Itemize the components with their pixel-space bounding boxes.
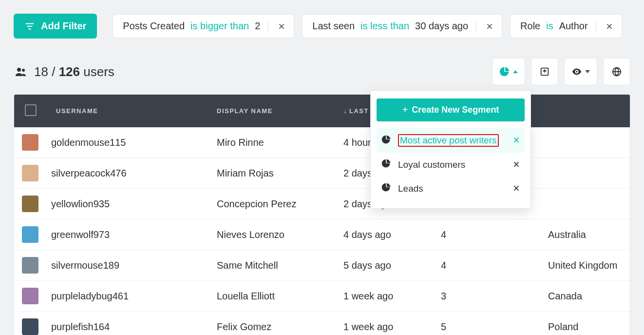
last-seen: 5 days ago [336, 250, 433, 281]
globe-icon [611, 66, 622, 77]
filter-value: 30 days ago [415, 20, 468, 32]
posts-count: 3 [433, 281, 540, 312]
table-row[interactable]: goldenmouse115Miro Rinne4 hours ago3 [14, 127, 630, 158]
export-button[interactable] [531, 58, 558, 85]
filter-value: 2 [255, 20, 260, 32]
country [540, 158, 630, 189]
filter-field: Last seen [312, 20, 355, 32]
segment-item[interactable]: Leads [377, 177, 525, 200]
filter-chip[interactable]: Role is Author [510, 14, 622, 38]
segment-label: Most active post writers [400, 135, 497, 145]
export-icon [539, 66, 550, 77]
plus-icon: + [402, 104, 408, 116]
meta-row: 18 / 126 users [14, 58, 630, 85]
display-name: Louella Elliott [209, 281, 336, 312]
eye-icon [571, 66, 582, 77]
filter-chip[interactable]: Posts Created is bigger than 2 [113, 14, 294, 38]
avatar [22, 196, 38, 212]
avatar [22, 226, 38, 243]
col-country[interactable] [540, 95, 630, 127]
checkbox-icon[interactable] [25, 104, 37, 116]
segment-label: Leads [398, 183, 423, 194]
filter-operator: is bigger than [190, 20, 249, 32]
country [540, 127, 630, 158]
avatar [22, 288, 38, 304]
remove-filter-button[interactable] [276, 21, 287, 32]
count-shown: 18 [34, 64, 48, 79]
col-username[interactable]: USERNAME [48, 95, 209, 127]
filter-chip[interactable]: Last seen is less than 30 days ago [302, 14, 502, 38]
add-filter-button[interactable]: Add Filter [14, 14, 97, 39]
globe-button[interactable] [603, 58, 630, 85]
avatar [22, 165, 38, 181]
toolbar: + Create New Segment Most active post wr… [492, 58, 630, 85]
username: silverpeacock476 [48, 158, 209, 189]
posts-count: 5 [433, 312, 540, 335]
display-name: Miriam Rojas [209, 158, 336, 189]
table-row[interactable]: silvermouse189Same Mitchell5 days ago4Un… [14, 250, 630, 281]
table-row[interactable]: silverpeacock476Miriam Rojas2 days ago3 [14, 158, 630, 189]
table-header: USERNAME DISPLAY NAME ↓LAST SEEN PO [14, 95, 630, 127]
display-name: Miro Rinne [209, 127, 336, 158]
filter-value: Author [559, 20, 588, 32]
users-icon [14, 66, 28, 78]
country [540, 189, 630, 219]
username: purplefish164 [48, 312, 209, 335]
remove-filter-button[interactable] [604, 21, 615, 32]
avatar [22, 257, 38, 274]
count-sep: / [52, 64, 55, 79]
filter-bar: Add Filter Posts Created is bigger than … [14, 14, 630, 39]
last-seen: 4 days ago [336, 219, 433, 250]
visibility-button[interactable] [564, 58, 597, 85]
count-unit: users [83, 64, 114, 79]
caret-down-icon [585, 70, 590, 73]
users-table: USERNAME DISPLAY NAME ↓LAST SEEN PO gold… [14, 94, 630, 335]
pie-chart-icon [381, 182, 391, 195]
username: silvermouse189 [48, 250, 209, 281]
username: yellowlion935 [48, 189, 209, 219]
country: Canada [540, 281, 630, 312]
pie-chart-icon [381, 135, 391, 147]
result-count: 18 / 126 users [14, 64, 114, 79]
avatar [22, 318, 38, 335]
username: greenwolf973 [48, 219, 209, 250]
segments-dropdown: + Create New Segment Most active post wr… [370, 90, 531, 209]
table-row[interactable]: purpleladybug461Louella Elliott1 week ag… [14, 281, 630, 312]
caret-up-icon [513, 70, 518, 73]
pie-chart-icon [499, 66, 510, 77]
count-total: 126 [59, 64, 80, 79]
country: Poland [540, 312, 630, 335]
col-display-name[interactable]: DISPLAY NAME [209, 95, 336, 127]
username: purpleladybug461 [48, 281, 209, 312]
country: United Kingdom [540, 250, 630, 281]
table-row[interactable]: greenwolf973Nieves Lorenzo4 days ago4Aus… [14, 219, 630, 250]
create-segment-label: Create New Segment [412, 105, 499, 115]
display-name: Same Mitchell [209, 250, 336, 281]
segment-label: Loyal customers [398, 159, 465, 170]
table-row[interactable]: yellowlion935Concepcion Perez2 days ago3 [14, 189, 630, 219]
filter-icon [24, 21, 35, 32]
segment-item[interactable]: Loyal customers [377, 153, 525, 177]
segments-button[interactable] [492, 58, 525, 85]
create-segment-button[interactable]: + Create New Segment [377, 99, 525, 121]
username: goldenmouse115 [48, 127, 209, 158]
segment-item[interactable]: Most active post writers [377, 128, 525, 153]
select-all-header[interactable] [14, 95, 48, 127]
display-name: Felix Gomez [209, 312, 336, 335]
pie-chart-icon [381, 158, 391, 171]
last-seen: 1 week ago [336, 312, 433, 335]
table-row[interactable]: purplefish164Felix Gomez1 week ago5Polan… [14, 312, 630, 335]
remove-segment-button[interactable] [513, 135, 520, 146]
country: Australia [540, 219, 630, 250]
display-name: Nieves Lorenzo [209, 219, 336, 250]
svg-point-0 [17, 68, 21, 72]
svg-point-1 [22, 69, 25, 72]
remove-segment-button[interactable] [513, 159, 520, 170]
filter-field: Posts Created [123, 20, 185, 32]
posts-count: 4 [433, 219, 540, 250]
remove-segment-button[interactable] [513, 183, 520, 194]
filter-field: Role [520, 20, 540, 32]
remove-filter-button[interactable] [484, 21, 495, 32]
filter-operator: is [546, 20, 553, 32]
last-seen: 1 week ago [336, 281, 433, 312]
